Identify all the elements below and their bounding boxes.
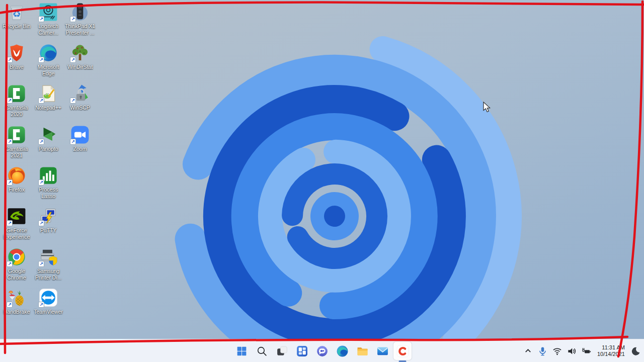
taskbar-button-icon	[316, 345, 329, 357]
shortcut-arrow-icon: ↗	[70, 57, 76, 63]
focus-assist-moon-icon[interactable]	[630, 345, 641, 356]
desktop-icon-label: Microsoft Edge	[33, 64, 64, 76]
desktop-icon-putty[interactable]: ↗ PuTTY	[33, 207, 64, 234]
taskbar-clock[interactable]: 11:31 AM 10/14/2021	[596, 344, 626, 358]
desktop-icon-label: TeamViewer	[33, 309, 64, 315]
desktop-icon-label: Samsung Printer Di...	[33, 268, 64, 281]
taskbar-button-mail[interactable]	[373, 342, 391, 360]
tray-icon-microphone[interactable]	[537, 345, 548, 356]
desktop-icon-camtasia-2020[interactable]: ↗ Camtasia 2020	[1, 84, 32, 117]
shortcut-arrow-icon: ↗	[7, 302, 13, 308]
shortcut-arrow-icon: ↗	[7, 261, 13, 267]
tray-status-icon	[538, 346, 547, 356]
desktop-icon-teamviewer[interactable]: ↗ TeamViewer	[33, 288, 64, 315]
shortcut-arrow-icon: ↗	[7, 98, 13, 104]
taskbar-button-icon	[336, 345, 349, 357]
shortcut-arrow-icon: ↗	[7, 139, 13, 145]
system-tray: 11:31 AM 10/14/2021	[523, 339, 641, 362]
desktop-icon-windirstat[interactable]: ↗ WinDirStat	[64, 43, 96, 70]
taskbar-button-widgets[interactable]	[293, 342, 311, 360]
taskbar-button-microsoft-edge[interactable]	[333, 342, 351, 360]
desktop-icon-label: Camtasia 2021	[1, 146, 32, 158]
tray-status-icon	[567, 346, 577, 356]
shortcut-arrow-icon: ↗	[38, 98, 44, 104]
desktop-icon-label: Recycle Bin	[1, 23, 32, 30]
shortcut-arrow-icon: ↗	[7, 57, 13, 63]
tray-status-icon	[582, 346, 591, 356]
desktop-icon-label: ThinkPad X1 Presenter ...	[64, 23, 96, 36]
desktop-icon-geforce-experience[interactable]: ↗ GeForce Experience	[1, 207, 32, 240]
desktop-icon-thinkpad-presenter[interactable]: ↗ ThinkPad X1 Presenter ...	[64, 3, 96, 36]
taskbar-button-camtasia[interactable]	[393, 342, 412, 360]
tray-icon-battery-charging[interactable]	[581, 345, 592, 356]
desktop-icon-label: Camtasia 2020	[1, 105, 32, 117]
desktop-icon-label: Notepad++	[33, 105, 64, 111]
hidden-icons-chevron-icon[interactable]	[523, 345, 534, 356]
tray-icon-volume[interactable]	[567, 345, 578, 356]
tray-status-icon	[552, 346, 562, 356]
taskbar-button-start[interactable]	[232, 342, 251, 360]
shortcut-arrow-icon: ↗	[38, 139, 44, 145]
desktop-icon-label: Process Lasso	[33, 187, 64, 199]
taskbar-button-icon	[276, 345, 288, 357]
desktop-icon-logitech-camera[interactable]: ↗ Logitech Camer...	[33, 3, 64, 36]
desktop-icon-label: Logitech Camer...	[33, 23, 64, 36]
desktop-icon-samsung-printer[interactable]: ↗ Samsung Printer Di...	[33, 247, 64, 281]
desktop-icon-brave[interactable]: ↗ Brave	[1, 43, 32, 70]
desktop-icon-handbrake[interactable]: ↗ HandBrake	[1, 288, 32, 315]
desktop-icon-label: Zoom	[64, 146, 96, 152]
taskbar-button-icon	[256, 345, 268, 357]
desktop-icon-label: WinDirStat	[64, 64, 96, 70]
taskbar-button-file-explorer[interactable]	[353, 342, 371, 360]
taskbar-center-buttons	[232, 339, 412, 362]
taskbar-button-search[interactable]	[253, 342, 271, 360]
taskbar-button-task-view[interactable]	[273, 342, 291, 360]
shortcut-arrow-icon: ↗	[38, 220, 44, 226]
taskbar-button-icon	[356, 345, 369, 357]
desktop-icon-zoom[interactable]: ↗ Zoom	[64, 125, 96, 152]
desktop-icon-label: Google Chrome	[1, 268, 32, 281]
desktop-icon-label: Panopto	[33, 146, 64, 152]
desktop-icon-recycle-bin[interactable]: ↗ Recycle Bin	[1, 3, 32, 30]
desktop-icon-google-chrome[interactable]: ↗ Google Chrome	[1, 247, 32, 281]
tray-icon-wifi[interactable]	[552, 345, 563, 356]
desktop-icon-firefox[interactable]: ↗ Firefox	[1, 166, 32, 193]
desktop-icon-grid: ↗ Recycle Bin ↗ Logitech Camer... ↗ Thin…	[1, 0, 102, 337]
clock-date: 10/14/2021	[597, 351, 625, 358]
shortcut-arrow-icon: ↗	[7, 220, 13, 226]
desktop-icon-label: GeForce Experience	[1, 227, 32, 240]
shortcut-arrow-icon: ↗	[70, 16, 76, 22]
shortcut-arrow-icon: ↗	[38, 179, 44, 186]
taskbar-button-icon	[376, 345, 389, 357]
shortcut-arrow-icon: ↗	[38, 261, 44, 267]
taskbar-button-icon	[296, 345, 308, 357]
taskbar-button-icon	[396, 345, 409, 357]
clock-time: 11:31 AM	[597, 344, 625, 351]
shortcut-arrow-icon: ↗	[70, 139, 76, 145]
taskbar-button-icon	[235, 345, 248, 357]
taskbar-button-chat[interactable]	[313, 342, 331, 360]
taskbar: 11:31 AM 10/14/2021	[0, 339, 644, 362]
desktop-icon-label: PuTTY	[33, 227, 64, 234]
desktop-icon-label: Brave	[1, 64, 32, 70]
desktop-icon-label: WinSCP	[64, 105, 96, 111]
desktop-icon-label: HandBrake	[1, 309, 32, 315]
desktop-icon-camtasia-2021[interactable]: ↗ Camtasia 2021	[1, 125, 32, 158]
desktop-icon-panopto[interactable]: ↗ Panopto	[33, 125, 64, 152]
shortcut-arrow-icon: ↗	[70, 98, 76, 104]
shortcut-arrow-icon: ↗	[38, 302, 44, 308]
shortcut-arrow-icon: ↗	[38, 16, 44, 22]
shortcut-arrow-icon: ↗	[7, 179, 13, 186]
desktop-icon-label: Firefox	[1, 187, 32, 193]
app-icon	[7, 3, 26, 22]
shortcut-arrow-icon: ↗	[38, 57, 44, 63]
desktop-icon-winscp[interactable]: ↗ WinSCP	[64, 84, 96, 111]
desktop-icon-microsoft-edge[interactable]: ↗ Microsoft Edge	[33, 43, 64, 76]
desktop-icon-notepad-plus-plus[interactable]: ↗ Notepad++	[33, 84, 64, 111]
desktop-icon-process-lasso[interactable]: ↗ Process Lasso	[33, 166, 64, 199]
